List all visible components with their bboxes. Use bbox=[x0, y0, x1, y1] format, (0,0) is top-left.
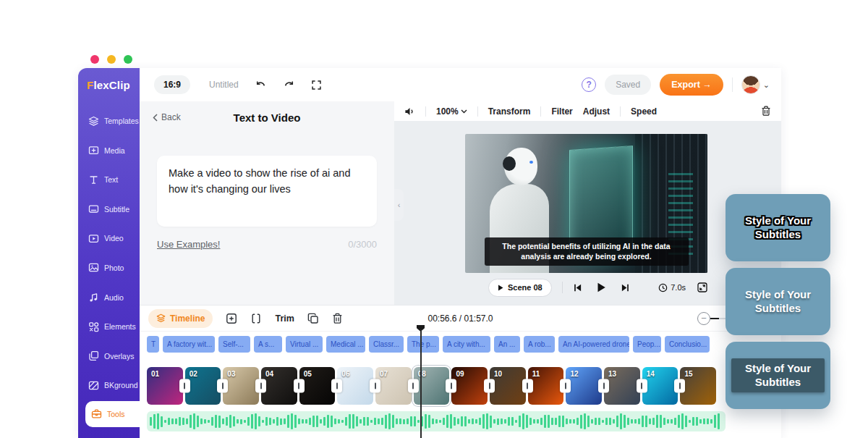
video-thumbnail-12[interactable]: 12 bbox=[566, 367, 602, 405]
undo-icon[interactable] bbox=[255, 79, 267, 90]
text-clip[interactable]: Peop... bbox=[633, 336, 661, 353]
filter-menu[interactable]: Filter bbox=[551, 106, 572, 117]
divider bbox=[562, 282, 563, 293]
video-thumbnail-06[interactable]: 06 bbox=[337, 367, 373, 405]
transition-handle[interactable] bbox=[522, 379, 533, 393]
sidebar-item-subtitle[interactable]: Subtitle bbox=[78, 195, 140, 223]
video-thumbnail-03[interactable]: 03 bbox=[223, 367, 259, 405]
expand-icon[interactable] bbox=[697, 282, 707, 292]
transform-menu[interactable]: Transform bbox=[488, 106, 531, 117]
saved-status: Saved bbox=[605, 75, 651, 95]
transition-handle[interactable] bbox=[217, 379, 228, 393]
video-thumbnail-15[interactable]: 15 bbox=[680, 367, 716, 405]
transition-handle[interactable] bbox=[408, 379, 419, 393]
text-clip[interactable]: Classr... bbox=[369, 336, 404, 353]
sidebar-item-video[interactable]: Video bbox=[78, 224, 140, 252]
text-clip[interactable]: Medical ... bbox=[326, 336, 365, 353]
maximize-dot-icon[interactable] bbox=[124, 55, 132, 64]
video-frame[interactable]: The potential benefits of utilizing AI i… bbox=[465, 134, 707, 273]
use-examples-link[interactable]: Use Examples! bbox=[157, 239, 220, 250]
prompt-input[interactable]: Make a video to show the rise of ai and … bbox=[157, 156, 377, 227]
fullscreen-icon[interactable] bbox=[311, 80, 322, 90]
transition-handle[interactable] bbox=[674, 379, 685, 393]
video-thumbnail-02[interactable]: 02 bbox=[185, 367, 221, 405]
scene-button[interactable]: Scene 08 bbox=[488, 279, 552, 297]
aspect-ratio-button[interactable]: 16:9 bbox=[154, 75, 190, 94]
export-button[interactable]: Export → bbox=[660, 74, 723, 96]
video-thumbnail-13[interactable]: 13 bbox=[604, 367, 640, 405]
video-thumbnail-11[interactable]: 11 bbox=[528, 367, 564, 405]
thumbnail-number: 03 bbox=[227, 370, 235, 378]
help-icon[interactable]: ? bbox=[582, 77, 596, 92]
redo-icon[interactable] bbox=[283, 79, 295, 90]
subtitle-style-text: Style of Your Subtitles bbox=[731, 358, 825, 393]
clock-icon bbox=[658, 283, 668, 292]
canvas-zoom-select[interactable]: 100% bbox=[436, 106, 467, 117]
text-clip[interactable]: A city with... bbox=[443, 336, 490, 353]
transition-handle[interactable] bbox=[637, 379, 647, 393]
speed-menu[interactable]: Speed bbox=[631, 106, 657, 117]
split-icon[interactable] bbox=[250, 313, 262, 324]
timeline-tab[interactable]: Timeline bbox=[148, 309, 213, 328]
sidebar-item-audio[interactable]: Audio bbox=[78, 284, 140, 311]
speaker-icon[interactable] bbox=[404, 106, 415, 117]
back-button[interactable]: Back bbox=[153, 112, 181, 122]
sidebar-item-bkground[interactable]: BKground bbox=[78, 371, 140, 399]
transition-handle[interactable] bbox=[446, 379, 456, 393]
previous-icon[interactable] bbox=[573, 283, 582, 292]
duplicate-icon[interactable] bbox=[307, 313, 319, 324]
transition-handle[interactable] bbox=[179, 379, 190, 393]
video-thumbnail-05[interactable]: 05 bbox=[299, 367, 336, 405]
video-thumbnail-07[interactable]: 07 bbox=[375, 367, 412, 405]
add-scene-icon[interactable] bbox=[226, 313, 237, 324]
audio-track[interactable] bbox=[147, 411, 726, 431]
play-button-icon[interactable] bbox=[597, 282, 606, 292]
thumbnail-number: 08 bbox=[418, 370, 426, 378]
video-thumbnail-04[interactable]: 04 bbox=[261, 367, 297, 405]
text-clip[interactable]: An AI-powered drone ... bbox=[558, 336, 629, 353]
next-icon[interactable] bbox=[621, 283, 630, 292]
text-clip[interactable]: A rob... bbox=[524, 336, 555, 353]
transition-handle[interactable] bbox=[370, 379, 380, 393]
text-clip[interactable]: T bbox=[147, 336, 159, 353]
transition-handle[interactable] bbox=[294, 379, 305, 393]
sidebar-item-photo[interactable]: Photo bbox=[78, 254, 140, 282]
trim-button[interactable]: Trim bbox=[275, 313, 294, 324]
sidebar-item-overlays[interactable]: Overlays bbox=[78, 342, 140, 370]
transition-handle[interactable] bbox=[484, 379, 495, 393]
transition-handle[interactable] bbox=[255, 379, 266, 393]
text-clip[interactable]: The p... bbox=[407, 336, 439, 353]
delete-icon[interactable] bbox=[761, 106, 771, 117]
sidebar-item-elements[interactable]: Elements bbox=[78, 313, 140, 340]
delete-icon[interactable] bbox=[332, 313, 343, 324]
video-thumbnail-01[interactable]: 01 bbox=[147, 367, 183, 405]
transition-handle[interactable] bbox=[560, 379, 571, 393]
video-thumbnail-10[interactable]: 10 bbox=[490, 367, 526, 405]
sidebar-item-tools[interactable]: Tools bbox=[85, 401, 140, 427]
text-clip[interactable]: A s... bbox=[254, 336, 282, 353]
photo-icon bbox=[88, 262, 99, 273]
video-thumbnail-14[interactable]: 14 bbox=[642, 367, 678, 405]
sidebar-item-media[interactable]: Media bbox=[78, 137, 140, 164]
text-clip[interactable]: A factory wit... bbox=[163, 336, 215, 353]
close-dot-icon[interactable] bbox=[90, 55, 99, 64]
adjust-menu[interactable]: Adjust bbox=[583, 106, 610, 117]
project-name[interactable]: Untitled bbox=[209, 80, 239, 90]
transition-handle[interactable] bbox=[331, 379, 342, 393]
minimize-dot-icon[interactable] bbox=[107, 55, 116, 64]
zoom-out-icon[interactable]: − bbox=[697, 312, 710, 325]
sidebar-item-templates[interactable]: Templates bbox=[78, 107, 140, 135]
video-thumbnail-09[interactable]: 09 bbox=[451, 367, 488, 405]
preview-toolbar: 100% Transform Filter Adjust Speed bbox=[394, 101, 781, 122]
video-thumbnail-08[interactable]: 08 bbox=[414, 367, 450, 405]
thumbnail-number: 11 bbox=[532, 370, 540, 378]
account-menu[interactable]: ⌄ bbox=[741, 75, 770, 94]
collapse-panel-button[interactable]: ‹ bbox=[394, 189, 404, 221]
text-clip[interactable]: Conclusio... bbox=[665, 336, 710, 353]
sidebar-item-text[interactable]: Text bbox=[78, 166, 140, 193]
text-clip[interactable]: An ... bbox=[494, 336, 520, 353]
text-clip[interactable]: Self-... bbox=[218, 336, 250, 353]
transition-handle[interactable] bbox=[598, 379, 609, 393]
subtitle-overlay[interactable]: The potential benefits of utilizing AI i… bbox=[485, 237, 689, 266]
text-clip[interactable]: Virtual ... bbox=[286, 336, 323, 353]
